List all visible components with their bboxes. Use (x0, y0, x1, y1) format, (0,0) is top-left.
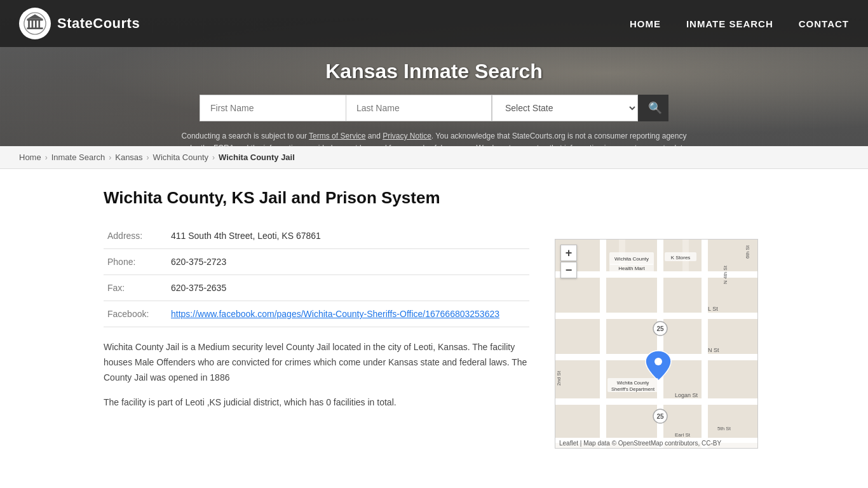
svg-rect-2 (32, 20, 34, 29)
map-zoom-in[interactable]: + (560, 245, 577, 261)
privacy-link[interactable]: Privacy Notice (383, 132, 431, 140)
nav-contact[interactable]: CONTACT (799, 18, 849, 29)
svg-rect-17 (606, 319, 657, 354)
fax-row: Fax: 620-375-2635 (104, 275, 529, 301)
svg-rect-13 (606, 278, 657, 313)
facebook-row: Facebook: https://www.facebook.com/pages… (104, 301, 529, 327)
svg-rect-5 (27, 27, 43, 29)
logo[interactable]: StateCourts (19, 8, 140, 39)
facebook-label: Facebook: (104, 301, 167, 327)
nav-inmate-search[interactable]: INMATE SEARCH (686, 18, 773, 29)
page-title: Kansas Inmate Search (0, 60, 868, 83)
svg-text:Sheriff's Department: Sheriff's Department (611, 386, 655, 392)
svg-text:25: 25 (656, 325, 664, 332)
map-zoom-out[interactable]: − (560, 262, 577, 278)
svg-rect-6 (27, 19, 43, 21)
svg-text:N St: N St (708, 347, 719, 353)
svg-rect-35 (702, 240, 708, 449)
svg-text:Wichita County: Wichita County (614, 256, 649, 262)
phone-value: 620-375-2723 (167, 249, 529, 275)
map-controls: + − (560, 245, 577, 278)
header: StateCourts HOME INMATE SEARCH CONTACT K… (0, 0, 868, 146)
first-name-input[interactable] (200, 95, 346, 121)
breadcrumb-county[interactable]: Wichita County (153, 152, 208, 162)
svg-point-41 (654, 358, 662, 365)
svg-rect-20 (555, 360, 600, 398)
svg-text:L St: L St (708, 306, 718, 312)
site-name: StateCourts (57, 15, 140, 32)
svg-rect-12 (555, 278, 600, 313)
facility-details-table: Address: 411 South 4th Street, Leoti, KS… (104, 223, 529, 327)
last-name-input[interactable] (346, 95, 492, 121)
facility-description-2: The facility is part of Leoti ,KS judici… (104, 395, 529, 410)
svg-text:5th St: 5th St (717, 426, 731, 431)
map-area: 25 25 Wichita County Health Mart K Store… (555, 239, 764, 449)
logo-icon (19, 8, 51, 39)
main-content: Wichita County, KS Jail and Prison Syste… (0, 169, 868, 487)
facility-description-1: Wichita County Jail is a Medium security… (104, 340, 529, 385)
address-value: 411 South 4th Street, Leoti, KS 67861 (167, 223, 529, 249)
fax-value: 620-375-2635 (167, 275, 529, 301)
svg-text:25: 25 (656, 413, 664, 420)
search-icon: 🔍 (648, 102, 662, 114)
breadcrumb-sep-3: › (147, 153, 149, 162)
search-form: Select State Kansas Alabama Alaska 🔍 (0, 95, 868, 121)
breadcrumb-sep-4: › (212, 153, 215, 162)
breadcrumb: Home › Inmate Search › Kansas › Wichita … (0, 146, 868, 169)
svg-rect-1 (28, 20, 30, 29)
terms-link[interactable]: Terms of Service (309, 132, 365, 140)
facility-title: Wichita County, KS Jail and Prison Syste… (104, 188, 529, 208)
svg-text:N 4th St: N 4th St (722, 265, 728, 284)
fax-label: Fax: (104, 275, 167, 301)
disclaimer-text: Conducting a search is subject to our Te… (161, 130, 707, 146)
svg-rect-14 (663, 278, 702, 313)
facebook-link[interactable]: https://www.facebook.com/pages/Wichita-C… (171, 309, 499, 319)
svg-rect-3 (35, 20, 37, 29)
svg-text:6th St: 6th St (745, 245, 750, 259)
svg-text:Wichita County: Wichita County (617, 380, 649, 386)
svg-rect-29 (555, 313, 758, 319)
svg-text:Earl St: Earl St (675, 432, 691, 438)
breadcrumb-current: Wichita County Jail (219, 152, 295, 162)
nav-links: HOME INMATE SEARCH CONTACT (630, 18, 849, 29)
svg-marker-7 (27, 15, 43, 19)
address-row: Address: 411 South 4th Street, Leoti, KS… (104, 223, 529, 249)
facebook-value: https://www.facebook.com/pages/Wichita-C… (167, 301, 529, 327)
state-select[interactable]: Select State Kansas Alabama Alaska (492, 95, 638, 121)
svg-rect-18 (663, 319, 702, 354)
svg-text:Logan St: Logan St (675, 392, 698, 398)
svg-rect-16 (555, 319, 600, 354)
breadcrumb-inmate-search[interactable]: Inmate Search (51, 152, 105, 162)
map-attribution: Leaflet | Map data © OpenStreetMap contr… (555, 438, 757, 448)
map-container[interactable]: 25 25 Wichita County Health Mart K Store… (555, 239, 758, 449)
nav-home[interactable]: HOME (630, 18, 661, 29)
phone-row: Phone: 620-375-2723 (104, 249, 529, 275)
svg-text:K Stores: K Stores (671, 255, 691, 261)
svg-rect-33 (600, 240, 606, 449)
svg-rect-31 (555, 398, 758, 405)
svg-text:2nd St: 2nd St (556, 370, 562, 386)
header-content: Kansas Inmate Search Select State Kansas… (0, 47, 868, 146)
svg-text:Health Mart: Health Mart (618, 266, 645, 271)
content-area: Wichita County, KS Jail and Prison Syste… (53, 169, 815, 468)
breadcrumb-home[interactable]: Home (19, 152, 41, 162)
phone-label: Phone: (104, 249, 167, 275)
svg-rect-23 (708, 360, 758, 398)
breadcrumb-sep-1: › (45, 153, 48, 162)
navigation: StateCourts HOME INMATE SEARCH CONTACT (0, 0, 868, 47)
search-button[interactable]: 🔍 (638, 95, 668, 121)
svg-rect-4 (38, 20, 40, 29)
address-label: Address: (104, 223, 167, 249)
breadcrumb-sep-2: › (109, 153, 111, 162)
facility-info: Wichita County, KS Jail and Prison Syste… (104, 188, 529, 421)
breadcrumb-state[interactable]: Kansas (115, 152, 142, 162)
